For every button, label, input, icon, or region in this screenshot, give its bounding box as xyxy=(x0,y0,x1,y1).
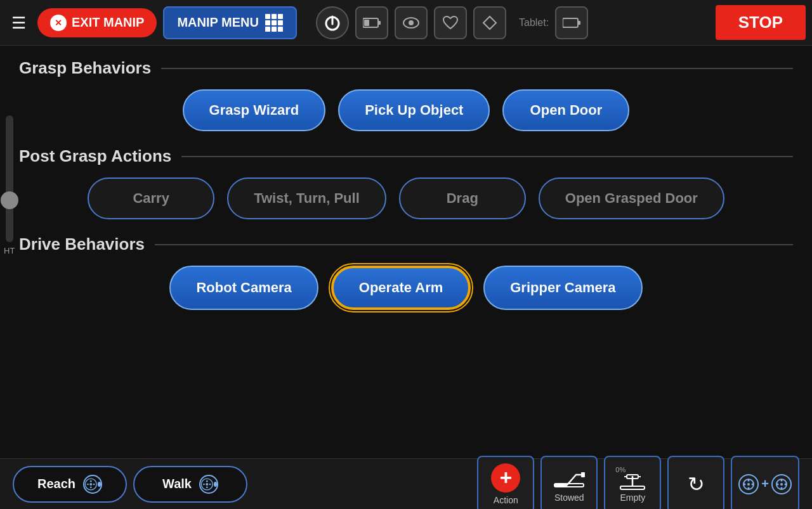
svg-point-43 xyxy=(780,483,783,486)
svg-rect-8 xyxy=(563,18,578,27)
drive-behaviors-line xyxy=(155,244,793,245)
svg-rect-3 xyxy=(378,21,381,25)
bottom-right-panel: + Action Stowed 0% xyxy=(477,456,799,510)
stop-button[interactable]: STOP xyxy=(716,5,806,40)
pick-up-object-button[interactable]: Pick Up Object xyxy=(338,89,490,131)
grasp-wizard-button[interactable]: Grasp Wizard xyxy=(183,89,326,131)
post-grasp-section: Post Grasp Actions Carry Twist, Turn, Pu… xyxy=(19,146,793,219)
refresh-tile[interactable]: ↻ xyxy=(667,456,724,510)
battery-button[interactable] xyxy=(355,6,388,39)
svg-point-34 xyxy=(748,487,750,489)
post-grasp-title: Post Grasp Actions xyxy=(19,146,171,166)
svg-point-18 xyxy=(206,486,208,488)
open-grasped-door-button[interactable]: Open Grasped Door xyxy=(539,177,724,219)
stop-label: STOP xyxy=(738,13,783,32)
grasp-behaviors-title: Grasp Behaviors xyxy=(19,58,151,78)
svg-rect-26 xyxy=(581,472,585,477)
hamburger-button[interactable]: ☰ xyxy=(6,11,31,35)
post-grasp-buttons: Carry Twist, Turn, Pull Drag Open Graspe… xyxy=(19,177,793,219)
svg-rect-23 xyxy=(554,484,567,487)
reach-joystick-icon xyxy=(83,475,102,494)
drag-button[interactable]: Drag xyxy=(399,177,526,219)
walk-joystick-icon xyxy=(199,475,218,494)
grasp-behaviors-line xyxy=(161,68,793,69)
svg-point-11 xyxy=(90,480,92,482)
slider-thumb[interactable] xyxy=(1,191,18,209)
manip-menu-button[interactable]: MANIP MENU xyxy=(163,6,297,39)
svg-point-19 xyxy=(203,483,205,485)
svg-point-39 xyxy=(781,479,783,481)
svg-point-13 xyxy=(87,483,89,485)
drive-behaviors-section: Drive Behaviors Robot Camera Operate Arm… xyxy=(19,235,793,310)
walk-button[interactable]: Walk xyxy=(133,466,247,503)
empty-tile[interactable]: 0% Empty xyxy=(604,456,661,510)
slider-track[interactable] xyxy=(6,115,13,242)
nav-circle-right[interactable] xyxy=(771,474,792,494)
svg-point-14 xyxy=(93,483,95,485)
svg-point-41 xyxy=(777,483,779,485)
svg-point-35 xyxy=(744,483,746,485)
exit-manip-label: EXIT MANIP xyxy=(72,15,144,30)
svg-rect-27 xyxy=(620,486,645,489)
topbar: ☰ EXIT MANIP MANIP MENU xyxy=(0,0,812,46)
action-label: Action xyxy=(494,495,518,505)
grid-icon xyxy=(265,14,283,32)
stowed-label: Stowed xyxy=(554,493,584,503)
drive-behaviors-buttons: Robot Camera Operate Arm Gripper Camera xyxy=(19,266,793,310)
x-circle-icon xyxy=(50,15,67,31)
svg-marker-7 xyxy=(483,16,496,29)
walk-label: Walk xyxy=(162,477,192,491)
heart-icon xyxy=(442,15,459,30)
svg-point-36 xyxy=(752,483,754,485)
open-door-button[interactable]: Open Door xyxy=(502,89,629,131)
tablet-label: Tablet: xyxy=(519,17,549,29)
bottom-bar: Reach Walk xyxy=(0,458,812,509)
main-content: HT Grasp Behaviors Grasp Wizard Pick Up … xyxy=(0,46,812,338)
empty-percent: 0% xyxy=(615,466,625,474)
reach-label: Reach xyxy=(37,477,75,491)
svg-point-33 xyxy=(748,479,750,481)
eye-icon xyxy=(402,16,420,29)
svg-rect-9 xyxy=(578,21,580,25)
stowed-arm-icon xyxy=(552,466,586,490)
post-grasp-header: Post Grasp Actions xyxy=(19,146,793,166)
exit-manip-button[interactable]: EXIT MANIP xyxy=(37,8,157,37)
gripper-camera-button[interactable]: Gripper Camera xyxy=(483,266,642,310)
nav-circle-left[interactable] xyxy=(738,474,759,494)
plus-controls-tile[interactable]: + xyxy=(731,456,799,510)
tablet-battery-button[interactable] xyxy=(555,6,588,39)
power-icon xyxy=(324,14,341,32)
operate-arm-button[interactable]: Operate Arm xyxy=(331,266,471,310)
carry-button[interactable]: Carry xyxy=(88,177,214,219)
battery-icon xyxy=(363,16,381,29)
twist-turn-pull-button[interactable]: Twist, Turn, Pull xyxy=(227,177,386,219)
svg-point-37 xyxy=(747,483,750,486)
grasp-behaviors-header: Grasp Behaviors xyxy=(19,58,793,78)
plus-sign: + xyxy=(761,477,769,491)
empty-icon-container: 0% xyxy=(615,466,650,490)
robot-camera-button[interactable]: Robot Camera xyxy=(169,266,318,310)
svg-point-20 xyxy=(209,483,211,485)
power-button[interactable] xyxy=(316,6,349,39)
svg-point-15 xyxy=(89,482,92,485)
eye-button[interactable] xyxy=(395,6,428,39)
action-tile[interactable]: + Action xyxy=(477,456,534,510)
slider-panel: HT xyxy=(0,109,18,262)
grasp-behaviors-section: Grasp Behaviors Grasp Wizard Pick Up Obj… xyxy=(19,58,793,131)
svg-point-17 xyxy=(206,480,208,482)
add-icon: + xyxy=(491,463,520,493)
stowed-tile[interactable]: Stowed xyxy=(540,456,598,510)
reach-button[interactable]: Reach xyxy=(13,466,127,503)
refresh-icon: ↻ xyxy=(688,472,705,496)
svg-point-40 xyxy=(781,487,783,489)
nav-circle-icon-2 xyxy=(775,478,788,491)
slider-label: HT xyxy=(4,246,15,255)
tablet-battery-icon xyxy=(563,16,580,29)
drive-behaviors-header: Drive Behaviors xyxy=(19,235,793,254)
svg-point-42 xyxy=(785,483,787,485)
drive-behaviors-title: Drive Behaviors xyxy=(19,235,145,254)
heart-button[interactable] xyxy=(434,6,467,39)
svg-point-6 xyxy=(409,20,414,25)
manip-menu-label: MANIP MENU xyxy=(177,15,259,30)
diamond-button[interactable] xyxy=(473,6,506,39)
